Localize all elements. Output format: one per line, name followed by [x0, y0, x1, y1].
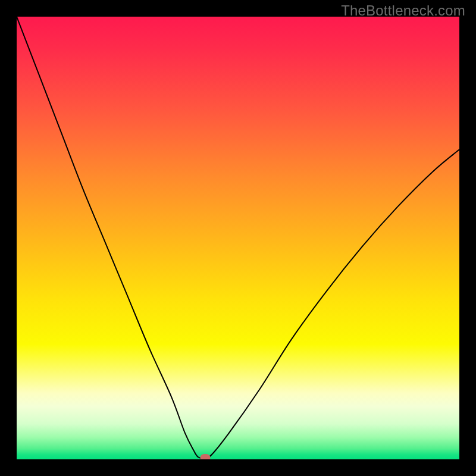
bottleneck-curve-path [17, 17, 459, 458]
chart-frame: TheBottleneck.com [0, 0, 476, 476]
bottleneck-curve [17, 17, 459, 459]
optimal-point-marker [200, 454, 210, 459]
plot-area [17, 17, 459, 459]
watermark-text: TheBottleneck.com [341, 2, 465, 19]
